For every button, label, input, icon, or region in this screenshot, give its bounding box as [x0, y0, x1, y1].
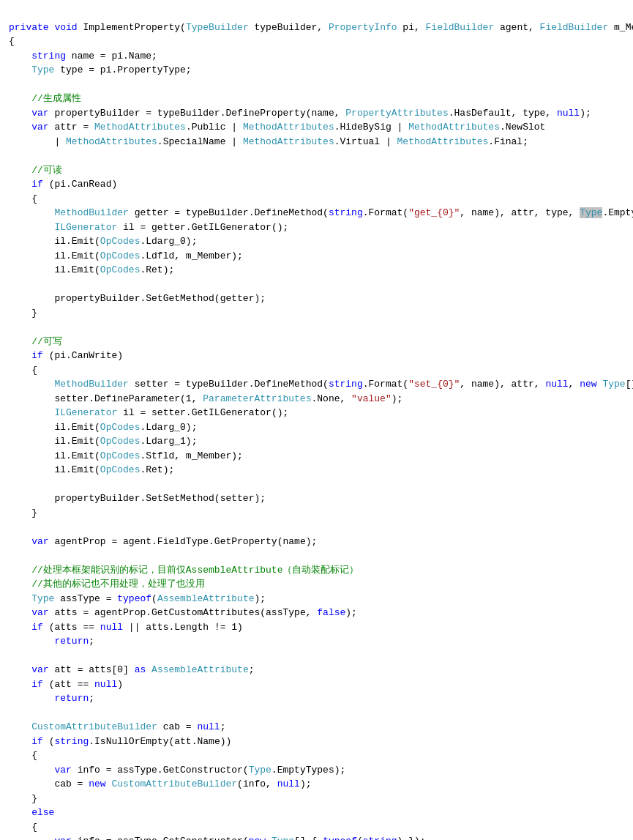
string-set: "set_{0}": [408, 379, 460, 390]
keyword-string4: string: [54, 736, 89, 747]
type-ilgenerator1: ILGenerator: [54, 222, 117, 233]
type-propattr: PropertyAttributes: [345, 108, 448, 119]
keyword-var3: var: [31, 536, 48, 547]
type-type5: Type: [271, 836, 294, 840]
type-type1: Type: [31, 64, 54, 75]
keyword-return1: return: [54, 636, 89, 647]
type-opcode3: OpCodes: [100, 264, 141, 275]
type-propertyinfo: PropertyInfo: [329, 22, 397, 33]
string-get: "get_{0}": [408, 207, 460, 218]
keyword-if3: if: [31, 622, 43, 633]
type-type3: Type: [31, 593, 54, 604]
type-opcode1: OpCodes: [100, 236, 141, 247]
keyword-null2: null: [545, 379, 568, 390]
keyword-if5: if: [31, 736, 43, 747]
type-assemble-attr1: AssembleAttribute: [157, 593, 255, 604]
keyword-typeof2: typeof: [323, 836, 357, 840]
type-methodattr4: MethodAttributes: [66, 136, 157, 147]
type-type4: Type: [249, 765, 271, 776]
keyword-var6: var: [54, 765, 71, 776]
keyword-null5: null: [197, 721, 220, 732]
keyword-else: else: [31, 807, 54, 818]
keyword-typeof1: typeof: [117, 593, 151, 604]
type-methodbuilder1: MethodBuilder: [54, 207, 128, 218]
type-custom-attr-builder1: CustomAttributeBuilder: [31, 721, 157, 732]
keyword-var7: var: [54, 836, 71, 840]
comment-writable: //可写: [31, 336, 62, 347]
code-editor: private void ImplementProperty(TypeBuild…: [9, 6, 624, 840]
keyword-private: private: [9, 22, 49, 33]
keyword-new1: new: [580, 379, 596, 390]
comment-generate: //生成属性: [31, 93, 81, 104]
keyword-null6: null: [277, 778, 300, 789]
type-highlight: Type: [580, 207, 602, 218]
keyword-var5: var: [31, 664, 48, 675]
keyword-null3: null: [100, 622, 123, 633]
type-opcode2: OpCodes: [100, 250, 141, 261]
keyword-if1: if: [31, 179, 43, 190]
type-opcode6: OpCodes: [100, 450, 141, 461]
string-value: "value": [351, 393, 392, 404]
type-custom-attr-builder2: CustomAttributeBuilder: [111, 778, 237, 789]
type-opcode5: OpCodes: [100, 436, 141, 447]
keyword-string3: string: [329, 379, 363, 390]
type-methodattr3: MethodAttributes: [408, 122, 500, 133]
type-opcode4: OpCodes: [100, 422, 141, 433]
keyword-new3: new: [249, 836, 266, 840]
keyword-null1: null: [557, 108, 580, 119]
keyword-null4: null: [94, 679, 117, 690]
keyword-string1: string: [31, 51, 66, 62]
keyword-var4: var: [31, 607, 48, 618]
keyword-as: as: [135, 664, 146, 675]
keyword-string2: string: [329, 207, 363, 218]
type-type2: Type: [602, 379, 625, 390]
keyword-if4: if: [31, 679, 43, 690]
type-ilgenerator2: ILGenerator: [54, 407, 117, 418]
keyword-var2: var: [31, 122, 48, 133]
keyword-if2: if: [31, 350, 43, 361]
type-assemble-attr2: AssembleAttribute: [151, 664, 249, 675]
type-methodbuilder2: MethodBuilder: [54, 379, 128, 390]
comment-process2: //其他的标记也不用处理，处理了也没用: [31, 579, 205, 590]
type-fieldbuilder1: FieldBuilder: [426, 22, 495, 33]
keyword-var1: var: [31, 108, 48, 119]
comment-readable: //可读: [31, 165, 62, 176]
comment-process1: //处理本框架能识别的标记，目前仅AssembleAttribute（自动装配标…: [31, 565, 359, 576]
keyword-string5: string: [363, 836, 397, 840]
type-methodattr1: MethodAttributes: [94, 122, 186, 133]
type-paramattr: ParameterAttributes: [203, 393, 311, 404]
keyword-new2: new: [89, 778, 105, 789]
type-methodattr6: MethodAttributes: [397, 136, 489, 147]
keyword-void: void: [54, 22, 77, 33]
type-opcode7: OpCodes: [100, 464, 141, 475]
type-methodattr2: MethodAttributes: [243, 122, 334, 133]
keyword-false1: false: [317, 607, 345, 618]
type-methodattr5: MethodAttributes: [243, 136, 334, 147]
keyword-return2: return: [54, 693, 89, 704]
type-fieldbuilder2: FieldBuilder: [540, 22, 609, 33]
type-typebuilder: TypeBuilder: [186, 22, 249, 33]
